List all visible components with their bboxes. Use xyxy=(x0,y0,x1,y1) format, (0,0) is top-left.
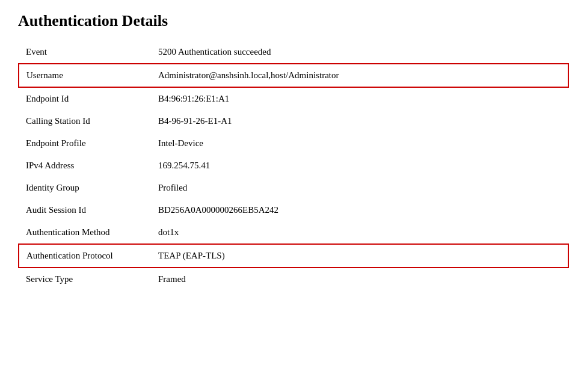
row-value-endpoint-profile: Intel-Device xyxy=(151,132,568,155)
table-row-authentication-protocol: Authentication ProtocolTEAP (EAP-TLS) xyxy=(19,244,568,268)
table-row-authentication-method: Authentication Methoddot1x xyxy=(19,221,568,244)
table-row-username: UsernameAdministrator@anshsinh.local,hos… xyxy=(19,64,568,87)
row-label-event: Event xyxy=(19,41,151,64)
row-label-username: Username xyxy=(19,64,151,87)
row-label-ipv4-address: IPv4 Address xyxy=(19,155,151,177)
page-title: Authentication Details xyxy=(18,12,569,30)
row-value-event: 5200 Authentication succeeded xyxy=(151,41,568,64)
row-label-identity-group: Identity Group xyxy=(19,177,151,199)
row-label-calling-station-id: Calling Station Id xyxy=(19,110,151,132)
row-value-service-type: Framed xyxy=(151,268,568,290)
table-row-audit-session-id: Audit Session IdBD256A0A000000266EB5A242 xyxy=(19,199,568,221)
table-row-identity-group: Identity GroupProfiled xyxy=(19,177,568,199)
row-label-endpoint-id: Endpoint Id xyxy=(19,87,151,110)
row-value-identity-group: Profiled xyxy=(151,177,568,199)
row-label-endpoint-profile: Endpoint Profile xyxy=(19,132,151,155)
table-row-service-type: Service TypeFramed xyxy=(19,268,568,290)
table-row-endpoint-id: Endpoint IdB4:96:91:26:E1:A1 xyxy=(19,87,568,110)
row-value-authentication-method: dot1x xyxy=(151,221,568,244)
row-label-service-type: Service Type xyxy=(19,268,151,290)
table-row-calling-station-id: Calling Station IdB4-96-91-26-E1-A1 xyxy=(19,110,568,132)
authentication-details-table: Event5200 Authentication succeededUserna… xyxy=(18,41,569,290)
row-value-authentication-protocol: TEAP (EAP-TLS) xyxy=(151,244,568,268)
row-value-calling-station-id: B4-96-91-26-E1-A1 xyxy=(151,110,568,132)
row-value-username: Administrator@anshsinh.local,host/Admini… xyxy=(151,64,568,87)
table-row-event: Event5200 Authentication succeeded xyxy=(19,41,568,64)
table-row-ipv4-address: IPv4 Address169.254.75.41 xyxy=(19,155,568,177)
row-value-audit-session-id: BD256A0A000000266EB5A242 xyxy=(151,199,568,221)
row-label-audit-session-id: Audit Session Id xyxy=(19,199,151,221)
table-row-endpoint-profile: Endpoint ProfileIntel-Device xyxy=(19,132,568,155)
row-label-authentication-protocol: Authentication Protocol xyxy=(19,244,151,268)
row-value-endpoint-id: B4:96:91:26:E1:A1 xyxy=(151,87,568,110)
row-label-authentication-method: Authentication Method xyxy=(19,221,151,244)
row-value-ipv4-address: 169.254.75.41 xyxy=(151,155,568,177)
